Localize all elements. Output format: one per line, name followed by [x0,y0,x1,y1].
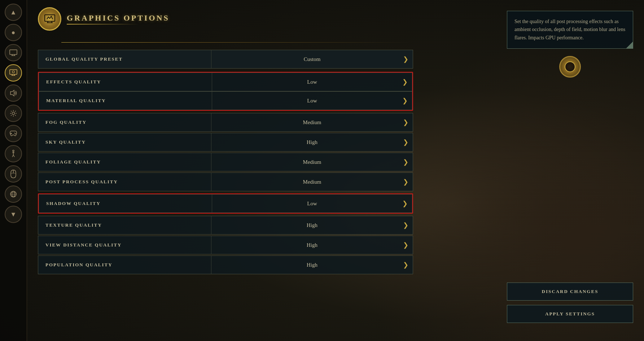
sidebar-icon-audio[interactable] [5,84,22,102]
graphics-header-icon [38,7,61,31]
setting-value-fog-quality: Medium ❯ [211,113,413,132]
svg-rect-0 [10,50,17,54]
arrow-icon-sky: ❯ [403,138,408,146]
svg-point-14 [15,134,16,134]
sidebar-icon-accessibility[interactable] [5,145,22,162]
sidebar-icon-display-active[interactable] [5,64,22,82]
setting-value-effects-quality: Low ❯ [212,73,412,91]
sidebar-icon-gear[interactable] [5,105,22,122]
setting-label-effects-quality: EFFECTS QUALITY [39,73,212,91]
sidebar-icon-network[interactable] [5,185,22,203]
setting-value-view-distance-quality: High ❯ [211,236,413,254]
arrow-icon-preset: ❯ [403,55,408,63]
apply-settings-button[interactable]: APPLY SETTINGS [507,305,633,323]
setting-row-sky-quality[interactable]: SKY QUALITY High ❯ [38,133,413,152]
info-box-corner [626,42,633,48]
sidebar-icon-disc[interactable]: ● [5,24,22,41]
setting-row-texture-quality[interactable]: TEXTURE QUALITY High ❯ [38,216,413,235]
compass-decoration [559,56,581,78]
header-deco-line [61,42,413,43]
sidebar-icon-mouse[interactable] [5,165,22,183]
setting-row-preset[interactable]: GLOBAL QUALITY PRESET Custom ❯ [38,50,413,69]
info-box-text: Set the quality of all post processing e… [514,19,625,40]
sidebar-icon-up[interactable]: ▲ [5,4,22,21]
setting-value-sky-quality: High ❯ [211,133,413,152]
setting-value-texture-quality: High ❯ [211,216,413,235]
setting-label-post-process-quality: POST PROCESS QUALITY [38,172,211,191]
sidebar-icon-controller[interactable] [5,125,22,142]
setting-value-post-process-quality: Medium ❯ [211,172,413,191]
setting-row-post-process-quality[interactable]: POST PROCESS QUALITY Medium ❯ [38,172,413,191]
svg-point-10 [12,112,15,115]
arrow-icon-view-distance: ❯ [403,241,408,249]
arrow-icon-effects: ❯ [402,78,408,86]
arrow-icon-material: ❯ [402,97,408,105]
svg-point-13 [14,133,15,134]
setting-label-material-quality: MATERIAL QUALITY [39,91,212,110]
setting-row-fog-quality[interactable]: FOG QUALITY Medium ❯ [38,113,413,132]
main-content: GRAPHICS OPTIONS GLOBAL QUALITY PRESET C… [27,0,424,341]
sidebar: ▲ ● [0,0,27,341]
svg-rect-4 [10,70,17,74]
setting-label-texture-quality: TEXTURE QUALITY [38,216,211,235]
arrow-icon-fog: ❯ [403,118,408,126]
setting-value-foliage-quality: Medium ❯ [211,153,413,171]
setting-row-shadow-quality[interactable]: SHADOW QUALITY Low ❯ [39,194,412,213]
setting-row-view-distance-quality[interactable]: VIEW DISTANCE QUALITY High ❯ [38,236,413,254]
setting-row-effects-quality[interactable]: EFFECTS QUALITY Low ❯ [39,73,412,91]
arrow-icon-texture: ❯ [403,221,408,229]
discard-changes-button[interactable]: DISCARD CHANGES [507,283,633,301]
setting-label-shadow-quality: SHADOW QUALITY [39,194,212,213]
arrow-icon-shadow: ❯ [402,200,408,207]
scroll-container: GLOBAL QUALITY PRESET Custom ❯ EFFECTS Q… [38,50,413,275]
svg-marker-9 [10,90,14,96]
arrow-icon-foliage: ❯ [403,158,408,166]
setting-label-view-distance-quality: VIEW DISTANCE QUALITY [38,236,211,254]
setting-row-population-quality[interactable]: POPULATION QUALITY High ❯ [38,255,413,274]
sidebar-icon-down[interactable]: ▼ [5,206,22,223]
header-wrap: GRAPHICS OPTIONS [38,7,413,43]
info-box: Set the quality of all post processing e… [507,11,633,49]
header: GRAPHICS OPTIONS [38,7,413,31]
setting-label-fog-quality: FOG QUALITY [38,113,211,132]
page-title: GRAPHICS OPTIONS [67,13,170,23]
red-group-1: EFFECTS QUALITY Low ❯ MATERIAL QUALITY L… [38,72,413,111]
action-buttons: DISCARD CHANGES APPLY SETTINGS [507,283,633,323]
setting-value-preset: Custom ❯ [211,50,413,69]
arrow-icon-post-process: ❯ [403,178,408,186]
setting-value-shadow-quality: Low ❯ [212,194,412,213]
arrow-icon-population: ❯ [403,261,408,269]
setting-value-population-quality: High ❯ [211,255,413,274]
setting-label-sky-quality: SKY QUALITY [38,133,211,152]
setting-label-population-quality: POPULATION QUALITY [38,255,211,274]
svg-point-8 [12,71,14,73]
sidebar-icon-monitor[interactable] [5,44,22,61]
red-group-2: SHADOW QUALITY Low ❯ [38,193,413,214]
setting-label-preset: GLOBAL QUALITY PRESET [38,50,211,69]
setting-value-material-quality: Low ❯ [212,91,412,110]
compass-inner [565,61,575,72]
setting-label-foliage-quality: FOLIAGE QUALITY [38,153,211,171]
setting-row-foliage-quality[interactable]: FOLIAGE QUALITY Medium ❯ [38,153,413,171]
setting-row-material-quality[interactable]: MATERIAL QUALITY Low ❯ [39,91,412,110]
header-underline [67,24,139,25]
svg-point-15 [13,150,14,152]
right-panel: Set the quality of all post processing e… [507,11,633,85]
